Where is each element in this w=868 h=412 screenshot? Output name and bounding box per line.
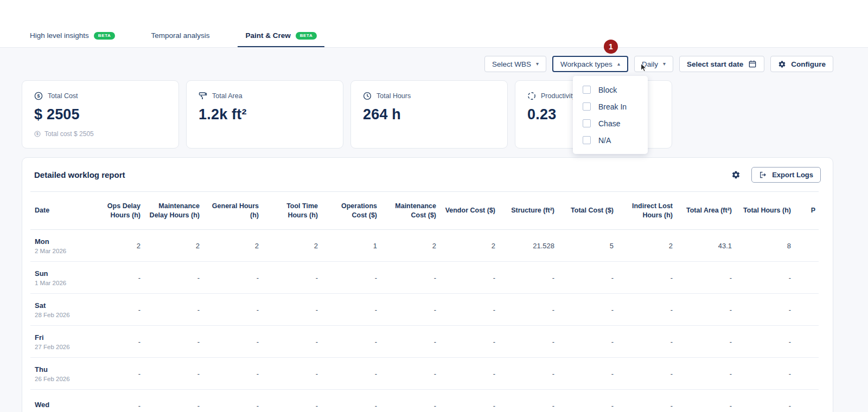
table-cell [794, 230, 819, 262]
column-header: Tool Time Hours (h) [262, 192, 321, 230]
table-cell: - [262, 358, 321, 390]
select-start-date-button[interactable]: Select start date [679, 56, 764, 72]
column-header: Indirect Lost Hours (h) [617, 192, 676, 230]
table-cell: - [735, 294, 794, 326]
export-logs-label: Export Logs [772, 171, 813, 179]
chevron-down-icon: ▾ [536, 61, 539, 67]
gear-icon [778, 60, 786, 68]
table-cell: - [321, 326, 380, 358]
select-wbs-dropdown[interactable]: Select WBS ▾ [484, 56, 546, 72]
table-cell: - [321, 358, 380, 390]
workpack-types-menu: BlockBreak InChaseN/A [573, 76, 648, 154]
kpi-value: 1.2k ft² [199, 106, 332, 123]
kpi-value: 264 h [363, 106, 496, 123]
column-header: Total Hours (h) [735, 192, 794, 230]
kpi-value: $ 2505 [34, 106, 168, 123]
table-settings-gear-icon[interactable] [731, 170, 741, 179]
table-cell: - [85, 390, 144, 412]
table-cell: - [439, 390, 499, 412]
table-cell [794, 326, 819, 358]
table-cell: - [558, 326, 617, 358]
day-label: Sat [35, 301, 81, 310]
table-cell: - [203, 390, 262, 412]
table-cell: - [499, 262, 558, 294]
tab-high-level-insights[interactable]: High level insights BETA [30, 31, 115, 47]
table-cell: 21.528 [499, 230, 558, 262]
date-label: 26 Feb 2026 [35, 376, 81, 382]
workpack-option-label: N/A [598, 136, 611, 145]
table-cell: - [203, 262, 262, 294]
workpack-option-label: Block [598, 86, 617, 94]
table-cell: - [499, 358, 558, 390]
table-cell: 2 [262, 230, 321, 262]
paint-roller-icon [199, 92, 207, 100]
table-cell: - [558, 294, 617, 326]
top-navigation-bar: High level insights BETA Temporal analys… [0, 0, 868, 48]
table-row: Fri27 Feb 2026------------ [30, 326, 819, 358]
table-cell: - [676, 390, 735, 412]
table-cell: 2 [144, 230, 203, 262]
table-cell: - [144, 390, 203, 412]
checkbox-icon[interactable] [583, 136, 591, 144]
cursor-icon [640, 63, 649, 73]
export-icon [759, 171, 767, 179]
workpack-option-block[interactable]: Block [573, 81, 648, 98]
table-cell: - [439, 294, 499, 326]
table-cell: - [144, 358, 203, 390]
workpack-option-label: Chase [598, 119, 620, 128]
table-cell: - [735, 262, 794, 294]
workpack-option-break-in[interactable]: Break In [573, 98, 648, 115]
tab-paint-and-crew[interactable]: Paint & Crew BETA [245, 31, 317, 47]
workpack-option-n-a[interactable]: N/A [573, 132, 648, 149]
table-cell: - [262, 326, 321, 358]
table-cell: - [144, 262, 203, 294]
date-cell: Sun1 Mar 2026 [30, 262, 85, 294]
table-cell: - [262, 294, 321, 326]
table-cell: - [617, 390, 676, 412]
detailed-worklog-report-card: Detailed worklog report Export Logs [22, 157, 833, 412]
date-label: 28 Feb 2026 [35, 312, 81, 318]
day-label: Fri [35, 333, 81, 342]
step-annotation-badge: 1 [604, 40, 618, 54]
dollar-circle-icon: $ [34, 131, 41, 137]
workpack-types-label: Workpack types [560, 60, 612, 68]
chevron-down-icon: ▾ [663, 61, 666, 67]
table-cell: 2 [85, 230, 144, 262]
table-cell: - [262, 390, 321, 412]
tab-temporal-analysis[interactable]: Temporal analysis [151, 31, 209, 47]
table-cell: - [203, 326, 262, 358]
worklog-table-container[interactable]: DateOps Delay Hours (h)Maintenance Delay… [22, 191, 833, 412]
export-logs-button[interactable]: Export Logs [751, 167, 821, 183]
table-cell: - [617, 262, 676, 294]
checkbox-icon[interactable] [583, 119, 591, 127]
table-cell: 2 [380, 230, 439, 262]
table-cell [794, 358, 819, 390]
table-cell: 2 [617, 230, 676, 262]
chevron-up-icon: ▴ [617, 61, 620, 67]
table-cell [794, 294, 819, 326]
table-cell: - [676, 326, 735, 358]
checkbox-icon[interactable] [583, 102, 591, 111]
calendar-icon [748, 60, 757, 68]
date-cell: Sat28 Feb 2026 [30, 294, 85, 326]
table-cell: 8 [735, 230, 794, 262]
configure-button[interactable]: Configure [770, 56, 833, 72]
workpack-option-chase[interactable]: Chase [573, 115, 648, 132]
tab-label: Temporal analysis [151, 31, 209, 40]
table-cell: - [380, 326, 439, 358]
column-header: Date [30, 192, 85, 230]
workpack-types-dropdown[interactable]: Workpack types ▴ [552, 56, 628, 72]
kpi-label: Total Area [212, 92, 242, 100]
table-row: Sun1 Mar 2026------------ [30, 262, 819, 294]
column-header: Operations Cost ($) [321, 192, 380, 230]
productivity-icon [527, 92, 536, 100]
clock-icon [363, 92, 372, 100]
table-cell: 43.1 [676, 230, 735, 262]
table-cell: - [676, 262, 735, 294]
kpi-card-total-hours: Total Hours 264 h [350, 80, 508, 149]
date-label: 27 Feb 2026 [35, 344, 81, 350]
checkbox-icon[interactable] [583, 86, 591, 94]
column-header: P [794, 192, 819, 230]
beta-badge: BETA [94, 32, 116, 40]
table-cell [794, 262, 819, 294]
